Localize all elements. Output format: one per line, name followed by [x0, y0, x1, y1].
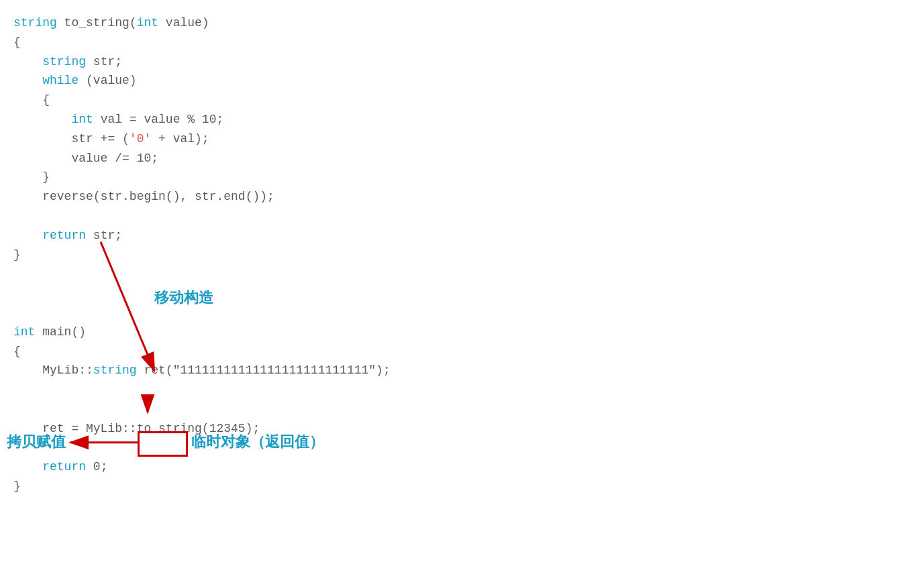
code-line [13, 284, 911, 303]
code-line: return 0; [13, 457, 911, 477]
code-line: { [13, 342, 911, 361]
code-line: } [13, 477, 911, 496]
code-line: while (value) [13, 71, 911, 91]
code-line [13, 400, 911, 419]
code-line: int val = value % 10; [13, 110, 911, 129]
code-line: ret = MyLib::to_string(12345); [13, 419, 911, 439]
code-line: { [13, 91, 911, 110]
code-line: value /= 10; [13, 149, 911, 168]
code-line: } [13, 168, 911, 187]
code-line [13, 439, 911, 458]
code-line: } [13, 245, 911, 265]
code-container: string to_string(int value){ string str;… [13, 13, 911, 496]
code-line [13, 380, 911, 400]
code-line: int main() [13, 323, 911, 342]
code-line: return str; [13, 226, 911, 245]
code-line: string to_string(int value) [13, 13, 911, 33]
code-line: { [13, 33, 911, 52]
code-line: reverse(str.begin(), str.end()); [13, 187, 911, 207]
code-line [13, 264, 911, 284]
code-line [13, 207, 911, 226]
code-line: str += ('0' + val); [13, 129, 911, 149]
code-line: string str; [13, 52, 911, 72]
code-line [13, 303, 911, 323]
code-line: MyLib::string ret("111111111111111111111… [13, 361, 911, 380]
